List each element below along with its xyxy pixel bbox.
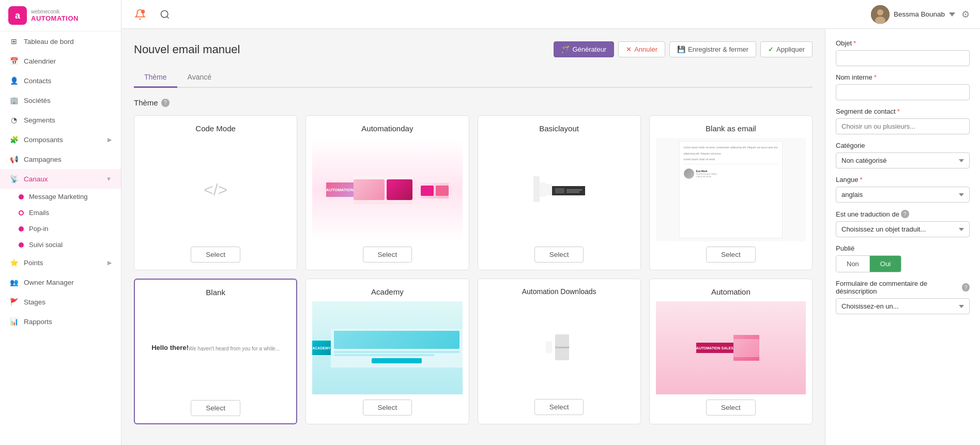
sidebar-item-pop-in[interactable]: Pop-in bbox=[0, 221, 121, 237]
select-button-blank[interactable]: Select bbox=[191, 400, 240, 416]
sidebar-item-calendrier[interactable]: 📅 Calendrier bbox=[0, 51, 121, 71]
svg-point-3 bbox=[877, 9, 883, 16]
notification-bell-icon[interactable] bbox=[132, 6, 148, 23]
oui-button[interactable]: Oui bbox=[870, 256, 901, 272]
sidebar-item-campagnes[interactable]: 📢 Campagnes bbox=[0, 149, 121, 169]
select-button-academy[interactable]: Select bbox=[363, 400, 412, 416]
template-name: Blank bbox=[206, 288, 225, 297]
template-card-automationday[interactable]: Automationday AUTOMATION bbox=[305, 115, 469, 270]
section-label: Thème ? bbox=[134, 98, 813, 107]
select-button-basiclayout[interactable]: Select bbox=[534, 247, 584, 263]
select-button-automation-downloads[interactable]: Select bbox=[534, 399, 584, 415]
select-button-automation[interactable]: Select bbox=[706, 400, 756, 416]
avatar bbox=[871, 5, 890, 24]
template-preview: Hello there! We haven't heard from you f… bbox=[141, 302, 290, 395]
building-icon: 🏢 bbox=[9, 96, 19, 105]
template-name: Blank as email bbox=[706, 124, 756, 133]
categorie-field-group: Catégorie Non catégorisé bbox=[836, 142, 970, 168]
tab-theme[interactable]: Thème bbox=[134, 68, 177, 88]
enregistrer-button[interactable]: 💾 Enregistrer & fermer bbox=[669, 41, 756, 57]
sidebar-item-owner-manager[interactable]: 👥 Owner Manager bbox=[0, 272, 121, 292]
tab-avance[interactable]: Avancé bbox=[177, 68, 222, 88]
traduction-label: Est une traduction de ? bbox=[836, 210, 970, 218]
search-icon[interactable] bbox=[157, 6, 173, 23]
select-button-automationday[interactable]: Select bbox=[363, 247, 412, 263]
template-card-automation-downloads[interactable]: Automation Downloads Download Select bbox=[478, 279, 641, 424]
template-name: Automationday bbox=[361, 124, 413, 133]
generateur-button[interactable]: 🪄 Générateur bbox=[554, 41, 614, 57]
template-card-blank-as-email[interactable]: Blank as email Lorem ipsum dolor sit ame… bbox=[649, 115, 813, 270]
template-card-blank[interactable]: Blank Hello there! We haven't heard from… bbox=[134, 279, 297, 424]
help-traduction-icon[interactable]: ? bbox=[901, 210, 909, 218]
template-preview: </> bbox=[141, 138, 290, 241]
non-button[interactable]: Non bbox=[836, 256, 870, 272]
chevron-down-icon bbox=[949, 12, 955, 17]
formulaire-select[interactable]: Choisissez-en un... bbox=[836, 298, 970, 314]
template-preview: ACADEMY bbox=[312, 301, 462, 394]
template-grid: Code Mode </> Select Automationday AUTOM… bbox=[134, 115, 813, 424]
categorie-label: Catégorie bbox=[836, 142, 970, 149]
sidebar-item-societes[interactable]: 🏢 Sociétés bbox=[0, 90, 121, 110]
sidebar-item-stages[interactable]: 🚩 Stages bbox=[0, 292, 121, 312]
code-icon: </> bbox=[204, 180, 227, 200]
flag-icon: 🚩 bbox=[9, 297, 19, 306]
langue-field-group: Langue * anglais français espagnol bbox=[836, 176, 970, 203]
segment-field-group: Segment de contact * bbox=[836, 108, 970, 134]
main-area: Bessma Bounab ⚙ Nouvel email manuel 🪄 Gé… bbox=[121, 0, 980, 445]
categorie-select[interactable]: Non catégorisé bbox=[836, 152, 970, 168]
svg-point-1 bbox=[161, 10, 168, 17]
sidebar-item-canaux[interactable]: 📡 Canaux ▼ bbox=[0, 169, 121, 189]
person-icon: 👤 bbox=[9, 76, 19, 85]
traduction-field-group: Est une traduction de ? Choisissez un ob… bbox=[836, 210, 970, 237]
nom-interne-input[interactable] bbox=[836, 84, 970, 100]
select-button-blank-as-email[interactable]: Select bbox=[706, 247, 756, 263]
appliquer-button[interactable]: ✓ Appliquer bbox=[760, 41, 813, 57]
star-icon: ⭐ bbox=[9, 258, 19, 267]
template-preview: Download bbox=[484, 301, 634, 394]
publie-field-group: Publié Non Oui bbox=[836, 244, 970, 272]
objet-label: Objet * bbox=[836, 39, 970, 47]
sidebar-item-rapports[interactable]: 📊 Rapports bbox=[0, 312, 121, 331]
langue-label: Langue * bbox=[836, 176, 970, 183]
template-preview: Lorem ipsum dolor sit amet, consectetur … bbox=[656, 138, 806, 241]
sidebar-item-emails[interactable]: Emails bbox=[0, 205, 121, 221]
template-card-automation[interactable]: Automation AUTOMATION SALES bbox=[649, 279, 813, 424]
dot-filled-icon bbox=[19, 242, 24, 248]
sidebar-item-tableau[interactable]: ⊞ Tableau de bord bbox=[0, 32, 121, 51]
sidebar-item-contacts[interactable]: 👤 Contacts bbox=[0, 71, 121, 90]
objet-input[interactable] bbox=[836, 50, 970, 66]
settings-icon[interactable]: ⚙ bbox=[961, 9, 970, 20]
sidebar-item-composants[interactable]: 🧩 Composants ▶ bbox=[0, 130, 121, 149]
chevron-right-icon: ▶ bbox=[108, 259, 112, 266]
template-name: Code Mode bbox=[195, 124, 236, 133]
sidebar-item-points[interactable]: ⭐ Points ▶ bbox=[0, 253, 121, 272]
logo-name: webmeconik bbox=[31, 9, 79, 14]
top-nav: Bessma Bounab ⚙ bbox=[121, 0, 980, 29]
help-icon[interactable]: ? bbox=[161, 99, 170, 107]
required-indicator: * bbox=[874, 73, 877, 81]
segment-input[interactable] bbox=[836, 118, 970, 134]
puzzle-icon: 🧩 bbox=[9, 135, 19, 144]
sidebar-item-suivi-social[interactable]: Suivi social bbox=[0, 237, 121, 253]
tabs: Thème Avancé bbox=[134, 68, 813, 88]
sidebar-item-message-marketing[interactable]: Message Marketing bbox=[0, 189, 121, 205]
langue-select[interactable]: anglais français espagnol bbox=[836, 187, 970, 203]
grid-icon: ⊞ bbox=[9, 37, 19, 46]
help-formulaire-icon[interactable]: ? bbox=[962, 283, 970, 291]
select-button-code-mode[interactable]: Select bbox=[191, 247, 240, 263]
page-header: Nouvel email manuel 🪄 Générateur ✕ Annul… bbox=[134, 41, 813, 57]
template-card-academy[interactable]: Academy ACADEMY Select bbox=[305, 279, 469, 424]
formulaire-field-group: Formulaire de commentaire de désinscript… bbox=[836, 280, 970, 314]
close-icon: ✕ bbox=[626, 45, 632, 53]
template-card-basiclayout[interactable]: Basiclayout bbox=[478, 115, 641, 270]
logo-subtitle: AUTOMATION bbox=[31, 14, 79, 22]
user-name: Bessma Bounab bbox=[894, 10, 945, 18]
template-card-code-mode[interactable]: Code Mode </> Select bbox=[134, 115, 297, 270]
main-content: Nouvel email manuel 🪄 Générateur ✕ Annul… bbox=[121, 29, 825, 445]
page-title: Nouvel email manuel bbox=[134, 43, 240, 56]
sidebar: a webmeconik AUTOMATION ⊞ Tableau de bor… bbox=[0, 0, 121, 445]
annuler-button[interactable]: ✕ Annuler bbox=[618, 41, 665, 57]
user-menu[interactable]: Bessma Bounab bbox=[871, 5, 955, 24]
traduction-select[interactable]: Choisissez un objet traduit... bbox=[836, 221, 970, 237]
sidebar-item-segments[interactable]: ◔ Segments bbox=[0, 110, 121, 130]
